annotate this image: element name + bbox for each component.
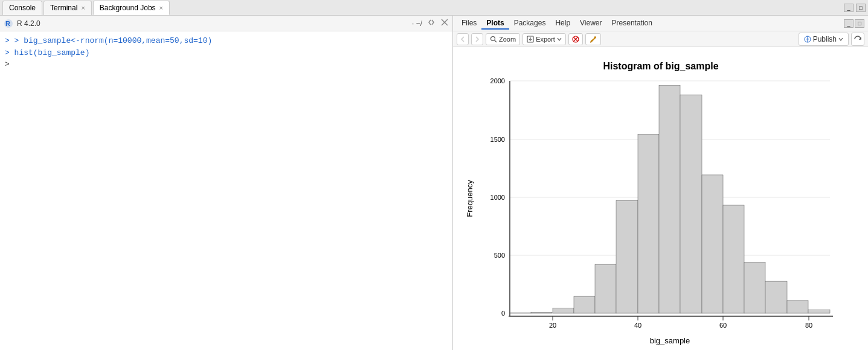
broom-icon	[440, 18, 449, 27]
nav-forward-button[interactable]	[471, 33, 483, 45]
r-version-info: R 4.2.0	[17, 19, 412, 28]
bar-75-80	[787, 301, 808, 313]
bar-60-65	[723, 205, 744, 313]
tab-packages[interactable]: Packages	[509, 18, 551, 30]
zoom-button[interactable]: Zoom	[486, 33, 520, 45]
tab-help[interactable]: Help	[550, 18, 575, 30]
bar-40-45	[638, 135, 659, 313]
y-tick-0: 0	[501, 310, 504, 317]
maximize-button[interactable]: □	[856, 4, 866, 12]
histogram-svg: Histogram of big_sample Frequency big_sa…	[461, 48, 860, 349]
console-prompt-2: >	[5, 48, 14, 57]
tab-files[interactable]: Files	[457, 18, 481, 30]
tab-background-jobs-label: Background Jobs	[100, 4, 156, 12]
console-line-1: > > big_sample<-rnorm(n=10000,mean=50,sd…	[5, 35, 448, 47]
link-icon	[427, 18, 436, 27]
console-line-3: >	[5, 59, 448, 71]
x-label-80: 80	[805, 322, 812, 329]
nav-back-button[interactable]	[457, 33, 469, 45]
y-tick-1500: 1500	[490, 136, 504, 143]
delete-icon	[572, 36, 579, 43]
plot-toolbar: Files Plots Packages Help Viewer Present…	[453, 16, 868, 31]
tab-background-jobs[interactable]: Background Jobs ×	[93, 1, 170, 15]
plot-tabs: Files Plots Packages Help Viewer Present…	[457, 18, 657, 30]
export-dropdown-icon	[557, 37, 562, 42]
zoom-label: Zoom	[499, 36, 516, 43]
bar-15-20	[531, 313, 552, 314]
tab-packages-label: Packages	[514, 19, 546, 27]
publish-dropdown-icon	[838, 37, 843, 42]
tab-help-label: Help	[555, 19, 570, 27]
r-logo-icon: R	[4, 19, 13, 28]
console-toolbar: R R 4.2.0 · ~/	[0, 16, 452, 31]
export-button[interactable]: Export	[522, 33, 566, 45]
main-layout: R R 4.2.0 · ~/ > > big_sample<-rnorm(n=1…	[0, 16, 868, 350]
refresh-icon	[854, 35, 862, 43]
tab-console-label: Console	[9, 4, 36, 12]
export-label: Export	[536, 36, 555, 43]
zoom-icon	[490, 36, 497, 43]
publish-button[interactable]: Publish	[799, 33, 849, 46]
tab-presentation[interactable]: Presentation	[607, 18, 657, 30]
bar-25-30	[574, 296, 595, 313]
console-line-2: > hist(big_sample)	[5, 47, 448, 59]
tab-viewer-label: Viewer	[580, 19, 602, 27]
tab-terminal[interactable]: Terminal ×	[43, 1, 92, 15]
publish-icon	[804, 36, 811, 43]
console-panel: R R 4.2.0 · ~/ > > big_sample<-rnorm(n=1…	[0, 16, 453, 350]
svg-text:R: R	[5, 20, 10, 27]
y-tick-1000: 1000	[490, 194, 504, 201]
svg-point-4	[491, 36, 495, 40]
tab-terminal-label: Terminal	[50, 4, 77, 12]
close-terminal-icon[interactable]: ×	[81, 4, 85, 11]
bar-55-60	[702, 175, 723, 313]
bar-20-25	[553, 308, 574, 313]
bar-30-35	[595, 264, 616, 313]
delete-plot-button[interactable]	[568, 33, 583, 45]
tab-console[interactable]: Console	[2, 1, 42, 15]
x-label-40: 40	[634, 322, 641, 329]
workdir-link[interactable]	[427, 18, 436, 28]
svg-line-5	[495, 40, 497, 42]
console-content[interactable]: > > big_sample<-rnorm(n=10000,mean=50,sd…	[0, 31, 452, 350]
tab-files-label: Files	[461, 19, 477, 27]
tab-bar: Console Terminal × Background Jobs × _ □	[0, 0, 868, 16]
refresh-button[interactable]	[851, 33, 864, 46]
minimize-button[interactable]: _	[844, 4, 854, 12]
close-background-jobs-icon[interactable]: ×	[159, 4, 163, 11]
histogram-container: Histogram of big_sample Frequency big_sa…	[453, 47, 868, 350]
clear-console-button[interactable]	[440, 18, 449, 28]
console-prompt-1: >	[5, 36, 14, 45]
bar-65-70	[744, 262, 765, 313]
y-tick-2000: 2000	[490, 77, 504, 84]
bar-80-85	[808, 310, 830, 313]
arrow-left-icon	[460, 36, 466, 42]
arrow-right-icon	[474, 36, 480, 42]
export-icon	[527, 36, 534, 43]
publish-label: Publish	[813, 35, 837, 43]
x-axis-label: big_sample	[649, 336, 690, 345]
y-axis-label: Frequency	[465, 180, 474, 217]
plot-action-toolbar: Zoom Export	[453, 31, 868, 47]
bar-45-50	[659, 86, 680, 313]
right-win-controls: _ □	[844, 19, 864, 28]
brush-button[interactable]	[585, 33, 601, 45]
tab-presentation-label: Presentation	[612, 19, 652, 27]
y-tick-500: 500	[493, 252, 504, 259]
right-maximize-button[interactable]: □	[855, 19, 864, 28]
plot-area: Histogram of big_sample Frequency big_sa…	[453, 47, 868, 350]
bar-50-55	[680, 95, 702, 313]
console-code-1: > big_sample<-rnorm(n=10000,mean=50,sd=1…	[14, 36, 213, 45]
chart-title: Histogram of big_sample	[603, 61, 718, 71]
right-minimize-button[interactable]: _	[844, 19, 854, 28]
tab-plots-label: Plots	[486, 19, 504, 27]
console-empty-prompt: >	[5, 60, 10, 69]
x-label-60: 60	[719, 322, 726, 329]
bar-70-75	[765, 281, 787, 313]
bar-35-40	[616, 200, 638, 313]
tab-viewer[interactable]: Viewer	[575, 18, 606, 30]
tab-plots[interactable]: Plots	[481, 18, 509, 30]
console-code-2: hist(big_sample)	[14, 48, 90, 57]
brush-icon	[589, 35, 597, 43]
plots-panel: Files Plots Packages Help Viewer Present…	[453, 16, 868, 350]
